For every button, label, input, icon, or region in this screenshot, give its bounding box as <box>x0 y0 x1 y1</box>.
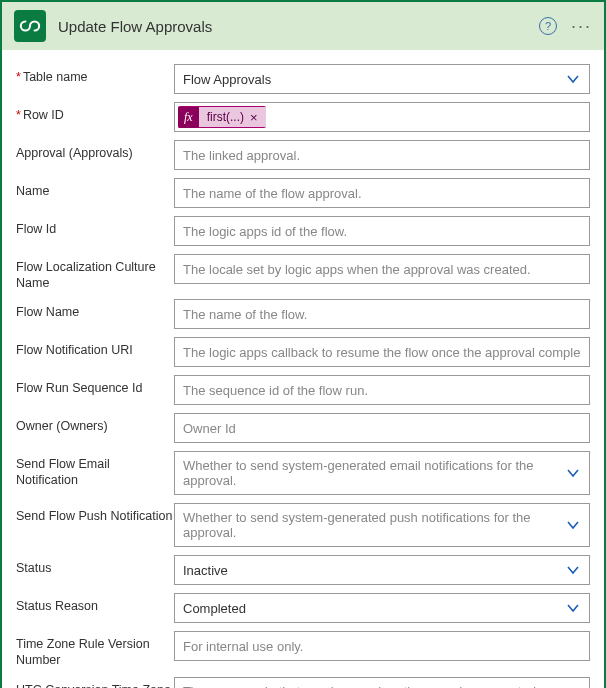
card-title[interactable]: Update Flow Approvals <box>58 18 539 35</box>
label-flow-notification-uri: Flow Notification URI <box>16 337 174 359</box>
label-flow-run-seq: Flow Run Sequence Id <box>16 375 174 397</box>
chevron-down-icon <box>557 467 589 479</box>
field-flow-locale: Flow Localization Culture Name <box>16 254 590 291</box>
input-row-id[interactable]: fx first(...) × <box>174 102 590 132</box>
input-tz-rule[interactable] <box>174 631 590 661</box>
input-flow-run-seq-text[interactable] <box>175 377 589 404</box>
chevron-down-icon <box>557 73 589 85</box>
chevron-down-icon <box>557 519 589 531</box>
action-card: Update Flow Approvals ? ··· *Table name … <box>0 0 606 688</box>
input-name-text[interactable] <box>175 180 589 207</box>
token-remove-icon[interactable]: × <box>250 111 258 124</box>
select-status-reason-value: Completed <box>175 595 557 622</box>
field-send-push: Send Flow Push Notification Whether to s… <box>16 503 590 547</box>
input-utc-conv[interactable] <box>174 677 590 689</box>
input-flow-notification-uri-text[interactable] <box>175 339 589 366</box>
select-status-value: Inactive <box>175 557 557 584</box>
input-utc-conv-text[interactable] <box>175 678 589 688</box>
field-status-reason: Status Reason Completed <box>16 593 590 623</box>
select-table-name[interactable]: Flow Approvals <box>174 64 590 94</box>
header-actions: ? ··· <box>539 17 592 35</box>
field-status: Status Inactive <box>16 555 590 585</box>
input-flow-notification-uri[interactable] <box>174 337 590 367</box>
input-owner-text[interactable] <box>175 415 589 442</box>
input-flow-id[interactable] <box>174 216 590 246</box>
input-flow-locale-text[interactable] <box>175 256 589 283</box>
label-flow-locale: Flow Localization Culture Name <box>16 254 174 291</box>
card-header: Update Flow Approvals ? ··· <box>2 2 604 50</box>
input-tz-rule-text[interactable] <box>175 633 589 660</box>
field-table-name: *Table name Flow Approvals <box>16 64 590 94</box>
expression-token[interactable]: fx first(...) × <box>178 106 266 128</box>
input-flow-run-seq[interactable] <box>174 375 590 405</box>
field-approval: Approval (Approvals) <box>16 140 590 170</box>
swirl-icon <box>19 15 41 37</box>
label-flow-name: Flow Name <box>16 299 174 321</box>
expression-token-text: first(...) <box>207 110 244 124</box>
field-name: Name <box>16 178 590 208</box>
dataverse-connector-icon <box>14 10 46 42</box>
select-status-reason[interactable]: Completed <box>174 593 590 623</box>
label-row-id: *Row ID <box>16 102 174 124</box>
card-body: *Table name Flow Approvals *Row ID fx fi… <box>2 50 604 688</box>
label-status-reason: Status Reason <box>16 593 174 615</box>
label-send-email: Send Flow Email Notification <box>16 451 174 488</box>
field-tz-rule: Time Zone Rule Version Number <box>16 631 590 668</box>
select-table-name-value: Flow Approvals <box>175 66 557 93</box>
field-flow-notification-uri: Flow Notification URI <box>16 337 590 367</box>
field-send-email: Send Flow Email Notification Whether to … <box>16 451 590 495</box>
label-owner: Owner (Owners) <box>16 413 174 435</box>
input-flow-locale[interactable] <box>174 254 590 284</box>
field-row-id: *Row ID fx first(...) × <box>16 102 590 132</box>
more-menu-icon[interactable]: ··· <box>571 17 592 35</box>
field-flow-run-seq: Flow Run Sequence Id <box>16 375 590 405</box>
chevron-down-icon <box>557 602 589 614</box>
field-flow-name: Flow Name <box>16 299 590 329</box>
input-flow-id-text[interactable] <box>175 218 589 245</box>
required-asterisk: * <box>16 70 21 84</box>
select-send-email-placeholder: Whether to send system-generated email n… <box>175 452 557 494</box>
required-asterisk: * <box>16 108 21 122</box>
label-table-name: *Table name <box>16 64 174 86</box>
input-name[interactable] <box>174 178 590 208</box>
select-status[interactable]: Inactive <box>174 555 590 585</box>
chevron-down-icon <box>557 564 589 576</box>
input-owner[interactable] <box>174 413 590 443</box>
label-send-push: Send Flow Push Notification <box>16 503 174 525</box>
input-approval-text[interactable] <box>175 142 589 169</box>
label-name: Name <box>16 178 174 200</box>
field-owner: Owner (Owners) <box>16 413 590 443</box>
label-approval: Approval (Approvals) <box>16 140 174 162</box>
select-send-push-placeholder: Whether to send system-generated push no… <box>175 504 557 546</box>
select-send-push[interactable]: Whether to send system-generated push no… <box>174 503 590 547</box>
input-flow-name[interactable] <box>174 299 590 329</box>
input-flow-name-text[interactable] <box>175 301 589 328</box>
label-utc-conv: UTC Conversion Time Zone Code <box>16 677 174 689</box>
help-icon[interactable]: ? <box>539 17 557 35</box>
select-send-email[interactable]: Whether to send system-generated email n… <box>174 451 590 495</box>
label-status: Status <box>16 555 174 577</box>
input-approval[interactable] <box>174 140 590 170</box>
label-tz-rule: Time Zone Rule Version Number <box>16 631 174 668</box>
field-flow-id: Flow Id <box>16 216 590 246</box>
fx-icon: fx <box>178 107 199 128</box>
label-flow-id: Flow Id <box>16 216 174 238</box>
field-utc-conv: UTC Conversion Time Zone Code <box>16 677 590 689</box>
